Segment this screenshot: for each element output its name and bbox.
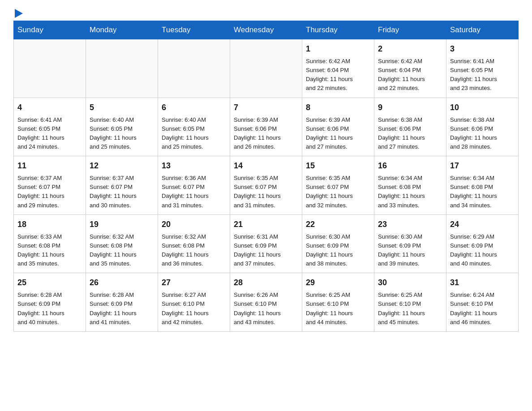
calendar-cell: 23Sunrise: 6:30 AM Sunset: 6:09 PM Dayli… (374, 214, 446, 273)
calendar-cell: 4Sunrise: 6:41 AM Sunset: 6:05 PM Daylig… (14, 98, 86, 156)
day-number: 7 (234, 102, 298, 114)
calendar-cell: 22Sunrise: 6:30 AM Sunset: 6:09 PM Dayli… (302, 214, 374, 273)
calendar-cell: 14Sunrise: 6:35 AM Sunset: 6:07 PM Dayli… (230, 156, 302, 215)
calendar-cell: 21Sunrise: 6:31 AM Sunset: 6:09 PM Dayli… (230, 214, 302, 273)
day-info: Sunrise: 6:30 AM Sunset: 6:09 PM Dayligh… (378, 232, 442, 269)
calendar-cell: 6Sunrise: 6:40 AM Sunset: 6:05 PM Daylig… (158, 98, 230, 156)
calendar-week-row: 25Sunrise: 6:28 AM Sunset: 6:09 PM Dayli… (14, 273, 519, 332)
day-info: Sunrise: 6:41 AM Sunset: 6:05 PM Dayligh… (450, 57, 515, 93)
day-number: 6 (162, 102, 226, 114)
calendar-cell: 10Sunrise: 6:38 AM Sunset: 6:06 PM Dayli… (446, 98, 519, 156)
calendar-cell: 13Sunrise: 6:36 AM Sunset: 6:07 PM Dayli… (158, 156, 230, 215)
logo (13, 9, 23, 16)
day-info: Sunrise: 6:28 AM Sunset: 6:09 PM Dayligh… (90, 291, 154, 327)
column-header-friday: Friday (374, 21, 446, 39)
day-number: 31 (450, 277, 515, 289)
calendar-cell (230, 39, 302, 98)
day-number: 27 (162, 277, 226, 289)
day-number: 4 (17, 102, 82, 114)
logo-arrow-icon (15, 9, 23, 18)
column-header-thursday: Thursday (302, 21, 374, 39)
day-info: Sunrise: 6:41 AM Sunset: 6:05 PM Dayligh… (17, 116, 82, 152)
calendar-cell: 28Sunrise: 6:26 AM Sunset: 6:10 PM Dayli… (230, 273, 302, 332)
calendar-cell: 20Sunrise: 6:32 AM Sunset: 6:08 PM Dayli… (158, 214, 230, 273)
day-info: Sunrise: 6:38 AM Sunset: 6:06 PM Dayligh… (378, 116, 442, 152)
calendar-cell: 29Sunrise: 6:25 AM Sunset: 6:10 PM Dayli… (302, 273, 374, 332)
day-number: 28 (234, 277, 298, 289)
calendar-cell (86, 39, 158, 98)
day-number: 22 (306, 218, 370, 231)
calendar-week-row: 11Sunrise: 6:37 AM Sunset: 6:07 PM Dayli… (14, 156, 519, 215)
day-info: Sunrise: 6:32 AM Sunset: 6:08 PM Dayligh… (90, 232, 154, 269)
day-info: Sunrise: 6:29 AM Sunset: 6:09 PM Dayligh… (450, 232, 515, 269)
day-info: Sunrise: 6:39 AM Sunset: 6:06 PM Dayligh… (306, 116, 370, 152)
day-number: 9 (378, 102, 442, 114)
calendar-cell: 2Sunrise: 6:42 AM Sunset: 6:04 PM Daylig… (374, 39, 446, 98)
day-number: 30 (378, 277, 442, 289)
day-number: 3 (450, 43, 515, 55)
day-number: 16 (378, 160, 442, 172)
day-number: 25 (17, 277, 82, 289)
calendar-cell: 3Sunrise: 6:41 AM Sunset: 6:05 PM Daylig… (446, 39, 519, 98)
column-header-monday: Monday (86, 21, 158, 39)
calendar-cell: 27Sunrise: 6:27 AM Sunset: 6:10 PM Dayli… (158, 273, 230, 332)
calendar-cell: 24Sunrise: 6:29 AM Sunset: 6:09 PM Dayli… (446, 214, 519, 273)
day-number: 12 (90, 160, 154, 172)
calendar-header-row: SundayMondayTuesdayWednesdayThursdayFrid… (14, 21, 519, 39)
day-info: Sunrise: 6:35 AM Sunset: 6:07 PM Dayligh… (306, 174, 370, 210)
calendar-week-row: 18Sunrise: 6:33 AM Sunset: 6:08 PM Dayli… (14, 214, 519, 273)
calendar-cell (158, 39, 230, 98)
day-info: Sunrise: 6:25 AM Sunset: 6:10 PM Dayligh… (306, 291, 370, 327)
page-header (13, 9, 519, 16)
day-number: 20 (162, 218, 226, 231)
day-info: Sunrise: 6:33 AM Sunset: 6:08 PM Dayligh… (17, 232, 82, 269)
day-number: 23 (378, 218, 442, 231)
day-number: 11 (17, 160, 82, 172)
calendar-table: SundayMondayTuesdayWednesdayThursdayFrid… (13, 21, 519, 332)
day-number: 19 (90, 218, 154, 231)
day-info: Sunrise: 6:28 AM Sunset: 6:09 PM Dayligh… (17, 291, 82, 327)
day-number: 29 (306, 277, 370, 289)
day-info: Sunrise: 6:34 AM Sunset: 6:08 PM Dayligh… (378, 174, 442, 210)
day-info: Sunrise: 6:36 AM Sunset: 6:07 PM Dayligh… (162, 174, 226, 210)
day-info: Sunrise: 6:37 AM Sunset: 6:07 PM Dayligh… (17, 174, 82, 210)
calendar-week-row: 1Sunrise: 6:42 AM Sunset: 6:04 PM Daylig… (14, 39, 519, 98)
calendar-cell: 30Sunrise: 6:25 AM Sunset: 6:10 PM Dayli… (374, 273, 446, 332)
calendar-cell: 26Sunrise: 6:28 AM Sunset: 6:09 PM Dayli… (86, 273, 158, 332)
calendar-cell: 19Sunrise: 6:32 AM Sunset: 6:08 PM Dayli… (86, 214, 158, 273)
column-header-wednesday: Wednesday (230, 21, 302, 39)
calendar-week-row: 4Sunrise: 6:41 AM Sunset: 6:05 PM Daylig… (14, 98, 519, 156)
day-number: 1 (306, 43, 370, 55)
calendar-cell: 16Sunrise: 6:34 AM Sunset: 6:08 PM Dayli… (374, 156, 446, 215)
calendar-cell: 1Sunrise: 6:42 AM Sunset: 6:04 PM Daylig… (302, 39, 374, 98)
calendar-cell (14, 39, 86, 98)
day-info: Sunrise: 6:42 AM Sunset: 6:04 PM Dayligh… (306, 57, 370, 93)
day-number: 17 (450, 160, 515, 172)
calendar-cell: 7Sunrise: 6:39 AM Sunset: 6:06 PM Daylig… (230, 98, 302, 156)
calendar-cell: 12Sunrise: 6:37 AM Sunset: 6:07 PM Dayli… (86, 156, 158, 215)
day-number: 13 (162, 160, 226, 172)
calendar-cell: 31Sunrise: 6:24 AM Sunset: 6:10 PM Dayli… (446, 273, 519, 332)
day-number: 14 (234, 160, 298, 172)
day-info: Sunrise: 6:27 AM Sunset: 6:10 PM Dayligh… (162, 291, 226, 327)
column-header-saturday: Saturday (446, 21, 519, 39)
day-number: 26 (90, 277, 154, 289)
calendar-cell: 11Sunrise: 6:37 AM Sunset: 6:07 PM Dayli… (14, 156, 86, 215)
day-info: Sunrise: 6:40 AM Sunset: 6:05 PM Dayligh… (90, 116, 154, 152)
day-info: Sunrise: 6:30 AM Sunset: 6:09 PM Dayligh… (306, 232, 370, 269)
day-info: Sunrise: 6:26 AM Sunset: 6:10 PM Dayligh… (234, 291, 298, 327)
column-header-sunday: Sunday (14, 21, 86, 39)
day-info: Sunrise: 6:34 AM Sunset: 6:08 PM Dayligh… (450, 174, 515, 210)
calendar-cell: 17Sunrise: 6:34 AM Sunset: 6:08 PM Dayli… (446, 156, 519, 215)
day-number: 2 (378, 43, 442, 55)
column-header-tuesday: Tuesday (158, 21, 230, 39)
day-info: Sunrise: 6:35 AM Sunset: 6:07 PM Dayligh… (234, 174, 298, 210)
calendar-cell: 25Sunrise: 6:28 AM Sunset: 6:09 PM Dayli… (14, 273, 86, 332)
calendar-cell: 5Sunrise: 6:40 AM Sunset: 6:05 PM Daylig… (86, 98, 158, 156)
day-number: 15 (306, 160, 370, 172)
day-info: Sunrise: 6:32 AM Sunset: 6:08 PM Dayligh… (162, 232, 226, 269)
calendar-cell: 9Sunrise: 6:38 AM Sunset: 6:06 PM Daylig… (374, 98, 446, 156)
day-info: Sunrise: 6:42 AM Sunset: 6:04 PM Dayligh… (378, 57, 442, 93)
day-info: Sunrise: 6:31 AM Sunset: 6:09 PM Dayligh… (234, 232, 298, 269)
calendar-cell: 8Sunrise: 6:39 AM Sunset: 6:06 PM Daylig… (302, 98, 374, 156)
